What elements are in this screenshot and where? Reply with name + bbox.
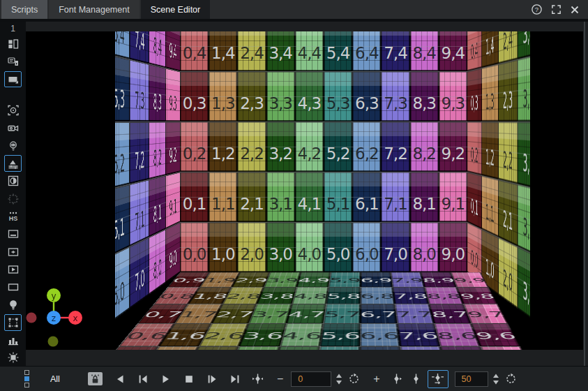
selection-box-icon[interactable]: [4, 314, 22, 330]
set-keyframe-button[interactable]: [428, 370, 448, 388]
rectangle-icon[interactable]: [4, 279, 22, 295]
reset-speed-icon[interactable]: [505, 373, 517, 385]
grid-tile: 1,1: [482, 175, 499, 237]
camera-focus-icon[interactable]: [4, 102, 22, 118]
grid-glow-icon[interactable]: [4, 350, 22, 366]
grid-tile: 9,1: [439, 172, 467, 222]
grid-tile: 0,3: [467, 68, 482, 121]
grid-tile: 5,3: [324, 71, 352, 121]
red-marker-dot: [27, 313, 37, 323]
center-keyframe-icon-button[interactable]: [252, 373, 264, 385]
speed-spinner[interactable]: [492, 374, 499, 385]
grid-tile: 7,2: [130, 121, 149, 184]
grid-tile: 3,1: [266, 172, 295, 222]
grid-tile: 4,4: [295, 31, 324, 71]
grid-tile: 5,8: [326, 287, 361, 304]
floor: 0,91,92,93,94,95,96,97,98,99,90,81,82,83…: [115, 272, 530, 350]
frame-input[interactable]: [291, 371, 331, 387]
grid-tile: 3,2: [518, 121, 530, 189]
grid-tile: 5,9: [329, 272, 361, 287]
tab-scene-editor[interactable]: Scene Editor: [141, 0, 211, 19]
help-icon[interactable]: ?: [531, 3, 543, 15]
jump-to-end-button[interactable]: [229, 374, 241, 385]
light-visibility-icon[interactable]: [4, 138, 22, 154]
center-marks-icon[interactable]: [4, 244, 22, 260]
grid-tile: 3,4: [266, 31, 295, 71]
scene-settings-icon[interactable]: [4, 155, 22, 171]
speed-input[interactable]: [455, 371, 488, 387]
tab-scripts-label: Scripts: [11, 5, 38, 15]
grid-tile: 6,3: [352, 71, 381, 121]
keyframe-icon-button[interactable]: [410, 373, 422, 385]
grid-tile: 7,9: [391, 272, 425, 287]
grid-tile: 3,2: [266, 121, 295, 172]
grid-tile: 0,2: [180, 121, 209, 172]
grid-tile: 1,3: [482, 64, 499, 121]
tab-bar: Scripts Font Management Scene Editor ?: [0, 0, 588, 19]
grid-tile: 4,7: [286, 304, 326, 323]
camera-icon[interactable]: [4, 120, 22, 136]
grid-tile: 6,2: [352, 121, 381, 172]
grid-tile: 8,1: [149, 175, 166, 237]
grid-tile: 5,7: [323, 304, 360, 323]
plane-primitive-icon[interactable]: [4, 71, 22, 87]
fullscreen-icon[interactable]: [551, 4, 561, 15]
grid-tile: 0,4: [180, 31, 209, 71]
frame-spinner[interactable]: [336, 374, 342, 385]
close-icon[interactable]: [570, 5, 580, 15]
grid-tile: 2,4: [237, 31, 266, 71]
tab-scripts[interactable]: Scripts: [1, 0, 47, 19]
grid-tile: 6,4: [115, 31, 130, 59]
transform-handles-icon[interactable]: [4, 191, 22, 207]
grid-tile: 9,0: [439, 222, 467, 272]
reset-frame-icon[interactable]: [348, 373, 360, 385]
banner-icon[interactable]: [4, 226, 22, 242]
play-button[interactable]: [160, 374, 172, 385]
jump-to-start-button[interactable]: [137, 374, 149, 385]
grid-tile: 8,4: [149, 31, 166, 68]
lock-keyframes-button[interactable]: [88, 372, 103, 385]
hs-mode-icon[interactable]: HS: [4, 208, 22, 224]
grid-tile: 7,4: [130, 31, 149, 64]
render-viewport[interactable]: 4,55,56,57,58,59,54,45,46,47,48,49,44,35…: [26, 31, 583, 350]
stop-button[interactable]: [183, 374, 195, 385]
grid-tile: 3,1: [518, 184, 530, 257]
grid-tile: 7,1: [381, 172, 409, 222]
grid-tile: 0,5: [115, 346, 159, 350]
grid-tile: 1,0: [209, 222, 237, 272]
grid-tile: 6,4: [352, 31, 381, 71]
grid-tile: 6,1: [352, 172, 381, 222]
grid-tile: 6,6: [360, 323, 400, 346]
decrement-button[interactable]: −: [277, 373, 283, 385]
light-bulb-icon[interactable]: [4, 297, 22, 313]
layout-panels-icon[interactable]: [4, 36, 22, 52]
layer-toggle-button[interactable]: [24, 370, 29, 388]
step-forward-button[interactable]: [206, 374, 218, 385]
grid-tile: 4,8: [292, 287, 329, 304]
viewport-toolbar: 1: [0, 22, 26, 366]
grid-tile: 8,0: [410, 222, 439, 272]
increment-button[interactable]: +: [373, 373, 379, 385]
next-keyframe-icon-button[interactable]: [391, 373, 403, 385]
grid-tile: 6,9: [361, 272, 393, 287]
clip-player-icon[interactable]: [4, 261, 22, 277]
right-edge-divider: [584, 22, 585, 366]
contrast-icon[interactable]: [4, 173, 22, 189]
grid-tile: 8,3: [410, 71, 439, 121]
channel-selector[interactable]: All: [50, 374, 60, 384]
tab-font-management[interactable]: Font Management: [49, 0, 139, 19]
prev-frame-button[interactable]: [114, 374, 126, 385]
grid-tile: 2,3: [498, 59, 518, 121]
grid-tile: 9,2: [439, 121, 467, 172]
transport-bar: All − +: [0, 366, 588, 391]
grid-tile: 2,2: [498, 121, 518, 184]
statistics-icon[interactable]: [4, 332, 22, 348]
scene-editor-window: Scripts Font Management Scene Editor ? 1: [0, 0, 588, 391]
grid-tile: 5,5: [315, 346, 359, 350]
grid-tile: 0,3: [180, 71, 209, 121]
scene-info-icon[interactable]: [4, 54, 22, 70]
axis-gizmo[interactable]: y z x: [26, 286, 116, 350]
grid-tile: 6,0: [115, 246, 130, 325]
grid-tile: 2,0: [237, 222, 266, 272]
grid-tile: 5,4: [324, 31, 352, 71]
